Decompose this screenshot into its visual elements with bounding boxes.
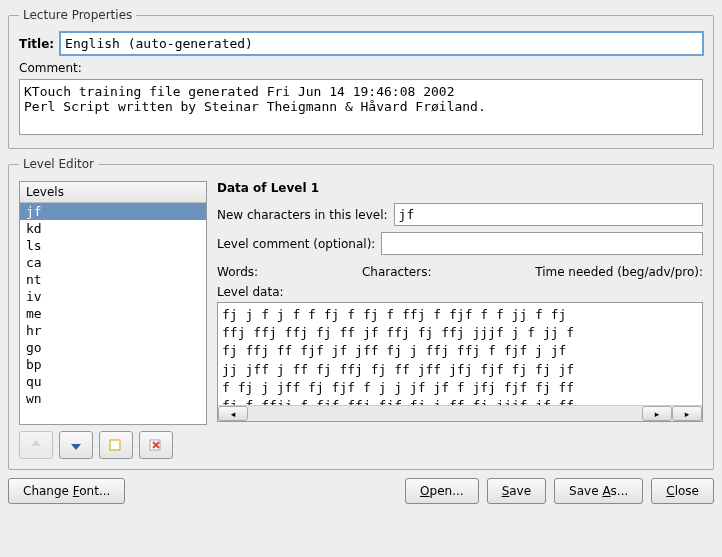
level-editor-legend: Level Editor (19, 157, 98, 171)
levelcomment-label: Level comment (optional): (217, 237, 375, 251)
newchars-label: New characters in this level: (217, 208, 388, 222)
levels-header: Levels (20, 182, 206, 203)
open-button[interactable]: Open... (405, 478, 479, 504)
list-item[interactable]: me (20, 305, 206, 322)
words-label: Words: (217, 265, 258, 279)
add-level-button[interactable] (99, 431, 133, 459)
leveldata-label: Level data: (217, 285, 284, 299)
time-label: Time needed (beg/adv/pro): (535, 265, 703, 279)
lecture-properties-group: Lecture Properties Title: Comment: KTouc… (8, 8, 714, 149)
change-font-button[interactable]: Change Font... (8, 478, 125, 504)
save-as-button[interactable]: Save As... (554, 478, 643, 504)
scroll-left-icon[interactable]: ◂ (218, 406, 248, 421)
data-heading: Data of Level 1 (217, 181, 703, 195)
levelcomment-input[interactable] (381, 232, 703, 255)
list-item[interactable]: iv (20, 288, 206, 305)
move-down-button[interactable] (59, 431, 93, 459)
title-label: Title: (19, 37, 54, 51)
delete-level-button[interactable] (139, 431, 173, 459)
leveldata-hscroll[interactable]: ◂ ▸ ▸ (218, 405, 702, 421)
list-item[interactable]: ca (20, 254, 206, 271)
move-up-button (19, 431, 53, 459)
newchars-input[interactable] (394, 203, 703, 226)
chars-label: Characters: (362, 265, 432, 279)
levels-list[interactable]: Levels jfkdlscantivmehrgobpquwn (19, 181, 207, 425)
list-item[interactable]: qu (20, 373, 206, 390)
list-item[interactable]: ls (20, 237, 206, 254)
close-button[interactable]: Close (651, 478, 714, 504)
scroll-right2-icon[interactable]: ▸ (672, 406, 702, 421)
leveldata-text[interactable]: fj j f j f f fj f fj f ffj f fjf f f jj … (218, 303, 702, 405)
lecture-properties-legend: Lecture Properties (19, 8, 136, 22)
list-item[interactable]: go (20, 339, 206, 356)
level-editor-group: Level Editor Levels jfkdlscantivmehrgobp… (8, 157, 714, 470)
save-button[interactable]: Save (487, 478, 546, 504)
list-item[interactable]: wn (20, 390, 206, 407)
comment-label: Comment: (19, 61, 82, 75)
leveldata-area[interactable]: fj j f j f f fj f fj f ffj f fjf f f jj … (217, 302, 703, 422)
comment-textarea[interactable]: KTouch training file generated Fri Jun 1… (19, 79, 703, 135)
title-input[interactable] (60, 32, 703, 55)
list-item[interactable]: bp (20, 356, 206, 373)
list-item[interactable]: jf (20, 203, 206, 220)
list-item[interactable]: nt (20, 271, 206, 288)
list-item[interactable]: kd (20, 220, 206, 237)
scroll-right-icon[interactable]: ▸ (642, 406, 672, 421)
list-item[interactable]: hr (20, 322, 206, 339)
